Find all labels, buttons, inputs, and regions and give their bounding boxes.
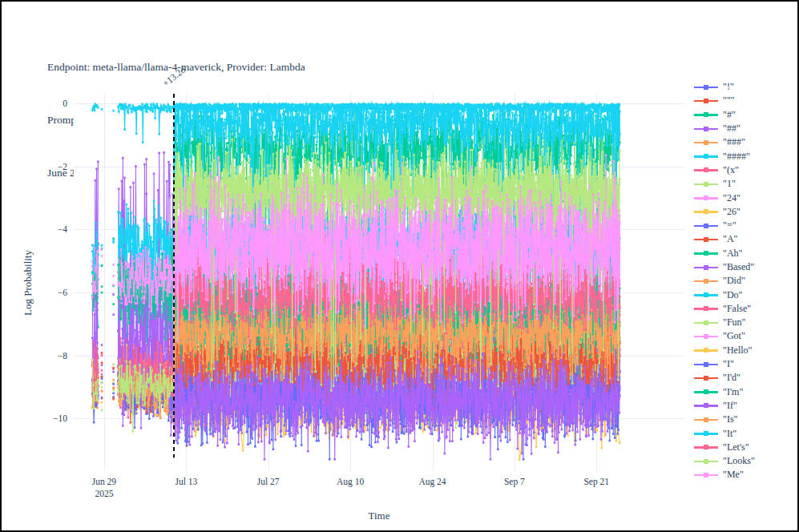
legend-label: "Me"	[723, 469, 744, 481]
x-tick-label: Sep 7	[486, 476, 543, 488]
legend-line-marker-icon	[694, 111, 718, 119]
legend-line-marker-icon	[694, 388, 718, 396]
legend-item[interactable]: "Based"	[694, 260, 755, 274]
legend-label: "26"	[723, 206, 740, 218]
legend-line-marker-icon	[694, 277, 718, 285]
legend: "!"""""#""##""###""####""(x""1""24""26""…	[694, 80, 755, 482]
legend-item[interactable]: "Fun"	[694, 316, 755, 329]
legend-item[interactable]: "1"	[694, 177, 755, 191]
legend-item[interactable]: "##"	[694, 122, 755, 135]
legend-label: "24"	[723, 192, 740, 204]
legend-item[interactable]: "If"	[694, 399, 755, 413]
legend-label: "Based"	[723, 261, 754, 273]
legend-line-marker-icon	[694, 249, 718, 257]
legend-label: "I'm"	[723, 386, 743, 398]
legend-item[interactable]: "False"	[694, 302, 755, 316]
legend-line-marker-icon	[694, 304, 718, 312]
x-tick-label: Aug 10	[322, 476, 378, 488]
legend-label: "It"	[723, 428, 736, 440]
legend-line-marker-icon	[694, 194, 718, 202]
legend-item[interactable]: "Ah"	[694, 247, 755, 260]
legend-item[interactable]: "Hello"	[694, 344, 755, 357]
legend-label: "#"	[723, 109, 736, 121]
legend-item[interactable]: "="	[694, 219, 755, 232]
legend-item[interactable]: "Got"	[694, 329, 755, 343]
y-tick-label: −6	[35, 288, 67, 297]
legend-item[interactable]: "Let's"	[694, 441, 755, 454]
y-tick-label: −2	[35, 162, 67, 171]
legend-label: "(x"	[723, 164, 739, 176]
legend-line-marker-icon	[694, 346, 718, 354]
legend-label: "!"	[723, 81, 734, 93]
legend-label: "False"	[723, 303, 751, 315]
legend-label: "Do"	[723, 289, 742, 301]
legend-item[interactable]: "I"	[694, 357, 755, 371]
legend-item[interactable]: "!"	[694, 80, 755, 94]
legend-label: "##"	[723, 123, 740, 135]
legend-line-marker-icon	[694, 264, 718, 272]
legend-label: "I"	[723, 358, 734, 370]
legend-label: """	[723, 95, 735, 107]
y-tick-label: −8	[35, 351, 67, 361]
legend-line-marker-icon	[694, 236, 718, 244]
x-tick-sublabel: 2025	[76, 488, 132, 500]
legend-item[interactable]: "#"	[694, 108, 755, 122]
legend-item[interactable]: "Me"	[694, 468, 755, 482]
plotly-figure: Endpoint: meta-llama/llama-4-maverick, P…	[0, 0, 799, 532]
x-tick-label: Jun 292025	[76, 476, 132, 500]
legend-item[interactable]: "Is"	[694, 413, 755, 426]
legend-label: "If"	[723, 400, 737, 412]
legend-label: "="	[723, 220, 736, 232]
legend-line-marker-icon	[694, 222, 718, 230]
legend-line-marker-icon	[694, 443, 718, 451]
legend-item[interactable]: "Looks"	[694, 454, 755, 468]
legend-line-marker-icon	[694, 291, 718, 299]
legend-line-marker-icon	[694, 152, 718, 160]
legend-line-marker-icon	[694, 139, 718, 147]
legend-item[interactable]: "24"	[694, 191, 755, 204]
legend-label: "Fun"	[723, 316, 745, 328]
legend-item[interactable]: "####"	[694, 149, 755, 163]
legend-label: "Let's"	[723, 441, 749, 453]
x-tick-label: Jul 13	[158, 476, 214, 488]
legend-line-marker-icon	[694, 332, 718, 341]
legend-label: "####"	[723, 151, 750, 163]
legend-line-marker-icon	[694, 166, 718, 174]
legend-label: "Did"	[723, 275, 745, 287]
legend-label: "Looks"	[723, 455, 755, 467]
plot-area-canvas[interactable]	[74, 94, 684, 470]
legend-line-marker-icon	[694, 319, 718, 327]
legend-item[interactable]: "It"	[694, 426, 755, 440]
y-axis-title: Log Probability	[22, 235, 34, 331]
legend-line-marker-icon	[694, 401, 718, 409]
legend-line-marker-icon	[694, 97, 718, 105]
legend-item[interactable]: "(x"	[694, 163, 755, 177]
legend-line-marker-icon	[694, 180, 718, 188]
y-tick-label: −10	[35, 413, 67, 423]
legend-item[interactable]: "Do"	[694, 288, 755, 301]
legend-label: "A"	[723, 233, 737, 245]
legend-line-marker-icon	[694, 374, 718, 382]
legend-item[interactable]: "###"	[694, 135, 755, 149]
x-tick-label: Sep 21	[568, 476, 624, 488]
legend-line-marker-icon	[694, 429, 718, 437]
legend-item[interactable]: "26"	[694, 205, 755, 219]
legend-item[interactable]: "A"	[694, 232, 755, 246]
legend-item[interactable]: "I'd"	[694, 371, 755, 385]
legend-item[interactable]: "Did"	[694, 274, 755, 288]
legend-item[interactable]: "I'm"	[694, 385, 755, 399]
y-tick-label: 0	[35, 99, 67, 108]
legend-line-marker-icon	[694, 471, 718, 479]
x-tick-label: Aug 24	[405, 476, 461, 488]
y-tick-label: −4	[35, 224, 67, 234]
legend-label: "Ah"	[723, 248, 742, 260]
legend-line-marker-icon	[694, 457, 718, 466]
legend-line-marker-icon	[694, 125, 718, 133]
legend-label: "Is"	[723, 413, 737, 425]
legend-line-marker-icon	[694, 83, 718, 91]
legend-label: "1"	[723, 178, 736, 190]
legend-label: "Got"	[723, 330, 745, 342]
x-tick-label: Jul 27	[240, 476, 297, 488]
legend-item[interactable]: """	[694, 94, 755, 107]
legend-line-marker-icon	[694, 361, 718, 369]
